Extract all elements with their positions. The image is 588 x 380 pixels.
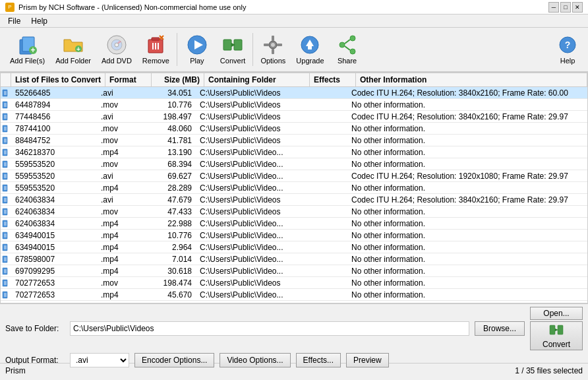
upgrade-button[interactable]: Upgrade xyxy=(291,30,328,69)
col-header-effects[interactable]: Effects xyxy=(310,73,356,86)
options-icon xyxy=(262,34,283,55)
save-folder-row: Save to Folder: Browse... Open... Conver… xyxy=(5,307,583,350)
cell-folder: C:\Users\Public\Videos xyxy=(196,195,301,205)
cell-file: 624063834 xyxy=(11,195,97,205)
table-row[interactable]: 634940015 .mp4 10.776 C:\Users\Public\Vi… xyxy=(1,230,587,241)
svg-rect-22 xyxy=(272,36,274,41)
table-row[interactable]: 77448456 .avi 198.497 C:\Users\Public\Vi… xyxy=(1,111,587,123)
share-button[interactable]: Share xyxy=(330,30,365,69)
file-icon xyxy=(2,267,10,275)
table-row[interactable]: 559553520 .mp4 28.289 C:\Users\Public\Vi… xyxy=(1,182,587,194)
cell-format: .avi xyxy=(97,171,143,181)
svg-rect-11 xyxy=(152,38,160,40)
cell-format: .mp4 xyxy=(97,254,143,265)
convert-main-icon xyxy=(549,323,564,337)
col-header-folder[interactable]: Containing Folder xyxy=(204,73,310,86)
table-row[interactable]: 88484752 .mov 41.781 C:\Users\Public\Vid… xyxy=(1,135,587,146)
table-row[interactable]: 624063834 .mp4 22.988 C:\Users\Public\Vi… xyxy=(1,218,587,230)
table-row[interactable]: 559553520 .mov 68.394 C:\Users\Public\Vi… xyxy=(1,158,587,170)
file-list-scroll[interactable]: 55266485 .avi 34.051 C:\Users\Public\Vid… xyxy=(1,87,587,303)
add-files-button[interactable]: + Add File(s) xyxy=(5,30,49,69)
open-button[interactable]: Open... xyxy=(530,307,583,320)
remove-button[interactable]: Remove xyxy=(138,30,174,69)
menu-file[interactable]: File xyxy=(3,15,26,27)
cell-folder: C:\Users\Public\Video... xyxy=(196,290,301,300)
cell-file: 559553520 xyxy=(11,159,97,170)
cell-size: 13.190 xyxy=(143,147,196,158)
add-files-icon: + xyxy=(17,34,38,55)
cell-other: No other information. xyxy=(347,301,587,303)
convert-main-button[interactable]: Convert xyxy=(530,321,583,350)
options-button[interactable]: Options xyxy=(256,30,290,69)
svg-point-29 xyxy=(350,36,355,41)
effects-button[interactable]: Effects... xyxy=(296,353,341,367)
table-row[interactable]: 702772653 .mov 198.474 C:\Users\Public\V… xyxy=(1,277,587,289)
table-row[interactable]: 346218370 .mp4 13.190 C:\Users\Public\Vi… xyxy=(1,146,587,158)
col-header-file[interactable]: List of Files to Convert xyxy=(11,73,105,86)
table-row[interactable]: 702772653 .mp4 45.670 C:\Users\Public\Vi… xyxy=(1,289,587,301)
col-header-size[interactable]: Size (MB) xyxy=(152,73,204,86)
cell-other: No other information. xyxy=(347,242,587,253)
table-row[interactable]: 559553520 .avi 69.627 C:\Users\Public\Vi… xyxy=(1,170,587,182)
cell-folder: C:\Users\Public\Videos xyxy=(196,123,301,134)
cell-effects xyxy=(301,270,347,272)
add-folder-button[interactable]: + Add Folder xyxy=(51,30,96,69)
add-dvd-label: Add DVD xyxy=(102,57,132,65)
remove-icon xyxy=(145,34,166,55)
cell-format: .mp4 xyxy=(97,230,143,241)
cell-size: 41.781 xyxy=(143,301,196,303)
add-dvd-button[interactable]: Add DVD xyxy=(97,30,136,69)
cell-folder: C:\Users\Public\Video... xyxy=(196,171,301,181)
table-row[interactable]: 624063834 .mov 47.433 C:\Users\Public\Vi… xyxy=(1,206,587,218)
add-folder-label: Add Folder xyxy=(55,57,91,65)
cell-size: 41.781 xyxy=(143,135,196,146)
close-button[interactable]: ✕ xyxy=(572,2,583,13)
video-options-button[interactable]: Video Options... xyxy=(220,353,290,367)
svg-text:+: + xyxy=(30,46,35,55)
cell-size: 34.051 xyxy=(143,88,196,98)
col-header-format[interactable]: Format xyxy=(105,73,152,86)
table-row[interactable]: 697099295 .mp4 30.618 C:\Users\Public\Vi… xyxy=(1,265,587,277)
cell-other: Codec ITU H.264; Resolution: 1920x1080; … xyxy=(347,171,587,181)
add-folder-icon: + xyxy=(63,34,84,55)
add-files-label: Add File(s) xyxy=(10,57,45,65)
cell-other: No other information. xyxy=(347,254,587,265)
play-button[interactable]: Play xyxy=(180,30,214,69)
cell-folder: C:\Users\Public\Videos xyxy=(196,135,301,146)
save-folder-input[interactable] xyxy=(70,321,469,336)
table-row[interactable]: 78744100 .mov 48.060 C:\Users\Public\Vid… xyxy=(1,123,587,135)
table-row[interactable]: 624063834 .avi 47.679 C:\Users\Public\Vi… xyxy=(1,194,587,206)
cell-file: 55266485 xyxy=(11,88,97,98)
svg-text:?: ? xyxy=(565,40,571,50)
cell-file: 678598007 xyxy=(11,254,97,265)
format-select[interactable]: .avi xyxy=(70,353,129,367)
cell-file: 64487894 xyxy=(11,100,97,110)
encoder-options-button[interactable]: Encoder Options... xyxy=(134,353,214,367)
convert-main-label: Convert xyxy=(543,340,570,349)
table-row[interactable]: 64487894 .mov 10.776 C:\Users\Public\Vid… xyxy=(1,99,587,111)
cell-size: 68.394 xyxy=(143,159,196,170)
cell-file: 78744100 xyxy=(11,123,97,134)
table-row[interactable]: 678598007 .mp4 7.014 C:\Users\Public\Vid… xyxy=(1,253,587,265)
minimize-button[interactable]: ─ xyxy=(548,2,559,13)
maximize-button[interactable]: □ xyxy=(560,2,571,13)
cell-effects xyxy=(301,247,347,248)
svg-rect-133 xyxy=(558,325,563,334)
cell-other: No other information. xyxy=(347,147,587,158)
save-folder-label: Save to Folder: xyxy=(5,324,65,333)
col-header-other[interactable]: Other Information xyxy=(356,73,587,86)
cell-format: .avi xyxy=(97,88,143,98)
menu-help[interactable]: Help xyxy=(26,15,53,27)
table-row[interactable]: 717952011 .mov 41.781 C:\Users\Public\Vi… xyxy=(1,301,587,303)
browse-button[interactable]: Browse... xyxy=(475,321,525,336)
table-row[interactable]: 55266485 .avi 34.051 C:\Users\Public\Vid… xyxy=(1,87,587,99)
file-icon xyxy=(2,172,10,180)
cell-other: No other information. xyxy=(347,266,587,276)
convert-toolbar-button[interactable]: Convert xyxy=(216,30,250,69)
file-icon xyxy=(2,101,10,109)
help-button[interactable]: ? Help xyxy=(552,30,583,69)
output-format-label: Output Format: xyxy=(5,356,65,365)
table-row[interactable]: 634940015 .mp4 2.964 C:\Users\Public\Vid… xyxy=(1,241,587,253)
toolbar-sep-1 xyxy=(177,33,177,66)
preview-button[interactable]: Preview xyxy=(346,353,389,367)
